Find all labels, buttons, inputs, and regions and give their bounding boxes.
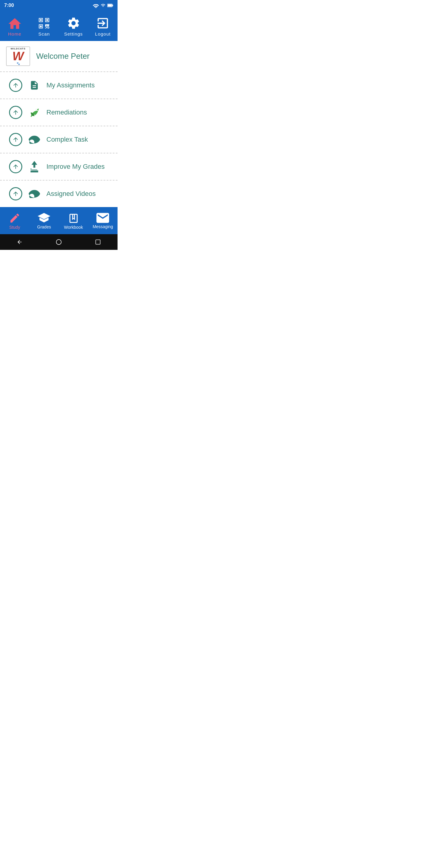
graduation-icon bbox=[38, 213, 50, 223]
tab-study[interactable]: Study bbox=[0, 212, 30, 230]
arrow-circle-complex bbox=[9, 133, 22, 146]
eye-svg bbox=[29, 135, 40, 144]
tab-workbook-label: Workbook bbox=[64, 225, 83, 230]
svg-point-8 bbox=[56, 240, 61, 245]
recent-button[interactable] bbox=[93, 238, 102, 247]
welcome-section: WILDCATS W 🐾 Welcome Peter bbox=[0, 41, 118, 72]
status-icons bbox=[93, 3, 113, 8]
nav-scan[interactable]: Scan bbox=[30, 16, 59, 36]
circle-icon bbox=[56, 239, 62, 245]
nav-home-label: Home bbox=[8, 31, 22, 36]
arrow-circle-assignments bbox=[9, 79, 22, 92]
back-icon bbox=[17, 239, 23, 245]
eye-svg-2 bbox=[29, 190, 40, 198]
menu-list: My Assignments Remediations Com bbox=[0, 72, 118, 207]
signal-icon bbox=[101, 3, 105, 8]
home-button[interactable] bbox=[54, 238, 63, 247]
assigned-videos-label: Assigned Videos bbox=[46, 190, 96, 198]
nav-logout-label: Logout bbox=[95, 31, 111, 36]
menu-item-assigned-videos[interactable]: Assigned Videos bbox=[0, 181, 118, 207]
menu-item-complex-task[interactable]: Complex Task bbox=[0, 126, 118, 153]
arrow-circle-remediations bbox=[9, 106, 22, 119]
tab-messaging-label: Messaging bbox=[93, 224, 113, 229]
qr-icon bbox=[36, 16, 52, 30]
pencil-icon bbox=[9, 212, 21, 224]
assignments-label: My Assignments bbox=[46, 82, 95, 89]
wildcats-claw: 🐾 bbox=[17, 62, 20, 65]
home-icon bbox=[7, 16, 22, 30]
status-time: 7:00 bbox=[4, 3, 14, 8]
svg-rect-5 bbox=[32, 170, 37, 170]
tab-study-label: Study bbox=[9, 225, 20, 230]
square-icon bbox=[95, 239, 101, 245]
wifi-icon bbox=[93, 3, 99, 8]
menu-item-remediations[interactable]: Remediations bbox=[0, 99, 118, 126]
nav-settings-label: Settings bbox=[64, 31, 83, 36]
android-nav-bar bbox=[0, 234, 118, 250]
eye-icon-videos bbox=[28, 188, 40, 200]
arrow-circle-videos bbox=[9, 187, 22, 200]
wildcats-logo: WILDCATS W 🐾 bbox=[6, 46, 30, 66]
nav-home[interactable]: Home bbox=[0, 16, 30, 36]
improve-grades-label: Improve My Grades bbox=[46, 163, 104, 170]
arrow-circle-grades bbox=[9, 160, 22, 173]
arrow-up-icon bbox=[12, 82, 19, 89]
menu-item-improve-grades[interactable]: Improve My Grades bbox=[0, 153, 118, 181]
top-nav-bar: Home Scan Settings Logout bbox=[0, 11, 118, 41]
svg-rect-3 bbox=[30, 168, 31, 169]
nav-scan-label: Scan bbox=[38, 31, 50, 36]
tab-grades-label: Grades bbox=[37, 224, 51, 229]
menu-item-assignments[interactable]: My Assignments bbox=[0, 72, 118, 99]
svg-rect-1 bbox=[113, 5, 113, 6]
complex-task-label: Complex Task bbox=[46, 135, 88, 144]
back-button[interactable] bbox=[15, 238, 24, 247]
svg-rect-6 bbox=[30, 172, 38, 173]
remediations-label: Remediations bbox=[46, 108, 87, 116]
settings-icon bbox=[66, 16, 81, 30]
upload-icon bbox=[28, 161, 40, 173]
logout-icon bbox=[95, 16, 110, 30]
status-bar: 7:00 bbox=[0, 0, 118, 11]
book-icon bbox=[67, 212, 80, 224]
welcome-text: Welcome Peter bbox=[36, 52, 90, 61]
arrow-up-icon-2 bbox=[12, 109, 19, 116]
plant-svg bbox=[29, 107, 40, 118]
plant-icon bbox=[28, 106, 40, 119]
mail-icon bbox=[96, 213, 109, 223]
battery-icon bbox=[107, 3, 113, 7]
arrow-up-icon-5 bbox=[12, 190, 19, 197]
tab-messaging[interactable]: Messaging bbox=[88, 213, 118, 229]
wildcats-w: W bbox=[12, 50, 24, 62]
tab-grades[interactable]: Grades bbox=[30, 213, 59, 229]
bottom-tab-bar: Study Grades Workbook Messaging bbox=[0, 207, 118, 234]
upload-svg bbox=[30, 161, 39, 173]
arrow-up-icon-3 bbox=[12, 136, 19, 143]
svg-rect-4 bbox=[30, 170, 38, 172]
svg-rect-2 bbox=[107, 4, 112, 7]
arrow-up-icon-4 bbox=[12, 163, 19, 170]
nav-logout[interactable]: Logout bbox=[88, 16, 118, 36]
document-icon bbox=[28, 79, 40, 91]
tab-workbook[interactable]: Workbook bbox=[59, 212, 88, 230]
svg-rect-9 bbox=[96, 240, 100, 244]
doc-icon bbox=[29, 80, 39, 90]
eye-icon-complex bbox=[28, 133, 40, 146]
nav-settings[interactable]: Settings bbox=[59, 16, 88, 36]
